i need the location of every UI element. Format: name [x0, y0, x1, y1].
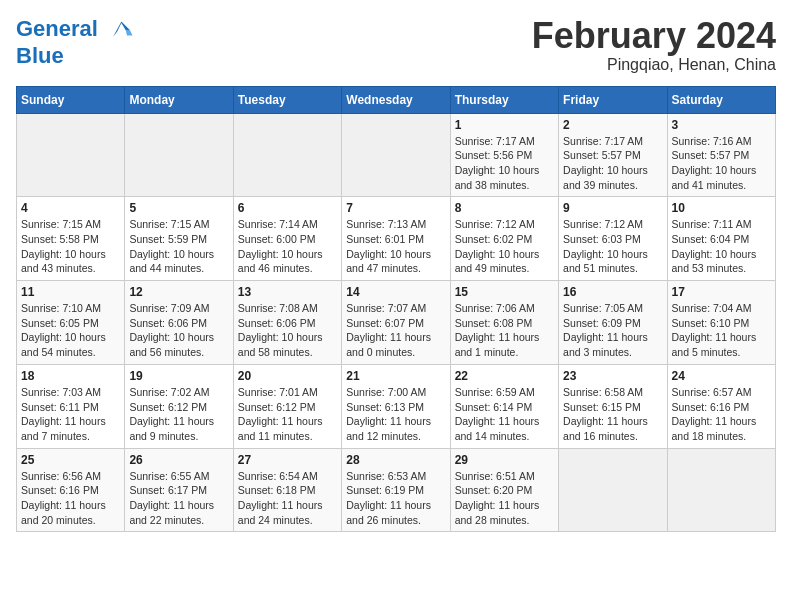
day-number: 4	[21, 201, 120, 215]
header-tuesday: Tuesday	[233, 86, 341, 113]
day-number: 25	[21, 453, 120, 467]
day-number: 1	[455, 118, 554, 132]
day-number: 6	[238, 201, 337, 215]
day-info: Sunrise: 7:17 AMSunset: 5:56 PMDaylight:…	[455, 134, 554, 193]
day-number: 13	[238, 285, 337, 299]
header-wednesday: Wednesday	[342, 86, 450, 113]
logo: General Blue	[16, 16, 134, 68]
day-info: Sunrise: 7:11 AMSunset: 6:04 PMDaylight:…	[672, 217, 771, 276]
day-cell: 2Sunrise: 7:17 AMSunset: 5:57 PMDaylight…	[559, 113, 667, 197]
day-info: Sunrise: 7:04 AMSunset: 6:10 PMDaylight:…	[672, 301, 771, 360]
day-info: Sunrise: 7:07 AMSunset: 6:07 PMDaylight:…	[346, 301, 445, 360]
day-cell: 12Sunrise: 7:09 AMSunset: 6:06 PMDayligh…	[125, 281, 233, 365]
week-row-4: 25Sunrise: 6:56 AMSunset: 6:16 PMDayligh…	[17, 448, 776, 532]
day-number: 19	[129, 369, 228, 383]
day-number: 5	[129, 201, 228, 215]
day-info: Sunrise: 6:54 AMSunset: 6:18 PMDaylight:…	[238, 469, 337, 528]
day-cell: 23Sunrise: 6:58 AMSunset: 6:15 PMDayligh…	[559, 364, 667, 448]
day-info: Sunrise: 7:03 AMSunset: 6:11 PMDaylight:…	[21, 385, 120, 444]
day-info: Sunrise: 7:00 AMSunset: 6:13 PMDaylight:…	[346, 385, 445, 444]
day-cell: 18Sunrise: 7:03 AMSunset: 6:11 PMDayligh…	[17, 364, 125, 448]
day-cell	[559, 448, 667, 532]
page-header: General Blue February 2024 Pingqiao, Hen…	[16, 16, 776, 74]
day-info: Sunrise: 7:02 AMSunset: 6:12 PMDaylight:…	[129, 385, 228, 444]
logo-text: General	[16, 16, 134, 44]
svg-marker-1	[126, 30, 133, 36]
month-title: February 2024	[532, 16, 776, 56]
header-thursday: Thursday	[450, 86, 558, 113]
day-number: 27	[238, 453, 337, 467]
day-number: 29	[455, 453, 554, 467]
day-number: 12	[129, 285, 228, 299]
day-number: 10	[672, 201, 771, 215]
day-cell: 9Sunrise: 7:12 AMSunset: 6:03 PMDaylight…	[559, 197, 667, 281]
day-info: Sunrise: 7:12 AMSunset: 6:02 PMDaylight:…	[455, 217, 554, 276]
day-cell: 6Sunrise: 7:14 AMSunset: 6:00 PMDaylight…	[233, 197, 341, 281]
day-cell: 20Sunrise: 7:01 AMSunset: 6:12 PMDayligh…	[233, 364, 341, 448]
day-info: Sunrise: 7:16 AMSunset: 5:57 PMDaylight:…	[672, 134, 771, 193]
day-cell: 5Sunrise: 7:15 AMSunset: 5:59 PMDaylight…	[125, 197, 233, 281]
logo-text2: Blue	[16, 44, 134, 68]
day-number: 28	[346, 453, 445, 467]
day-number: 26	[129, 453, 228, 467]
header-sunday: Sunday	[17, 86, 125, 113]
day-cell: 25Sunrise: 6:56 AMSunset: 6:16 PMDayligh…	[17, 448, 125, 532]
day-cell: 11Sunrise: 7:10 AMSunset: 6:05 PMDayligh…	[17, 281, 125, 365]
day-info: Sunrise: 7:12 AMSunset: 6:03 PMDaylight:…	[563, 217, 662, 276]
day-info: Sunrise: 7:15 AMSunset: 5:59 PMDaylight:…	[129, 217, 228, 276]
day-info: Sunrise: 6:53 AMSunset: 6:19 PMDaylight:…	[346, 469, 445, 528]
day-cell: 14Sunrise: 7:07 AMSunset: 6:07 PMDayligh…	[342, 281, 450, 365]
day-info: Sunrise: 7:06 AMSunset: 6:08 PMDaylight:…	[455, 301, 554, 360]
day-info: Sunrise: 7:15 AMSunset: 5:58 PMDaylight:…	[21, 217, 120, 276]
day-number: 20	[238, 369, 337, 383]
day-cell	[667, 448, 775, 532]
day-number: 22	[455, 369, 554, 383]
header-monday: Monday	[125, 86, 233, 113]
calendar-table: SundayMondayTuesdayWednesdayThursdayFrid…	[16, 86, 776, 533]
day-info: Sunrise: 7:01 AMSunset: 6:12 PMDaylight:…	[238, 385, 337, 444]
day-cell	[17, 113, 125, 197]
day-cell: 1Sunrise: 7:17 AMSunset: 5:56 PMDaylight…	[450, 113, 558, 197]
week-row-0: 1Sunrise: 7:17 AMSunset: 5:56 PMDaylight…	[17, 113, 776, 197]
location-title: Pingqiao, Henan, China	[532, 56, 776, 74]
day-info: Sunrise: 7:09 AMSunset: 6:06 PMDaylight:…	[129, 301, 228, 360]
day-number: 3	[672, 118, 771, 132]
day-cell: 15Sunrise: 7:06 AMSunset: 6:08 PMDayligh…	[450, 281, 558, 365]
day-info: Sunrise: 6:51 AMSunset: 6:20 PMDaylight:…	[455, 469, 554, 528]
week-row-1: 4Sunrise: 7:15 AMSunset: 5:58 PMDaylight…	[17, 197, 776, 281]
day-number: 16	[563, 285, 662, 299]
day-number: 17	[672, 285, 771, 299]
day-cell: 27Sunrise: 6:54 AMSunset: 6:18 PMDayligh…	[233, 448, 341, 532]
day-cell: 19Sunrise: 7:02 AMSunset: 6:12 PMDayligh…	[125, 364, 233, 448]
day-cell: 17Sunrise: 7:04 AMSunset: 6:10 PMDayligh…	[667, 281, 775, 365]
day-info: Sunrise: 6:58 AMSunset: 6:15 PMDaylight:…	[563, 385, 662, 444]
day-cell: 13Sunrise: 7:08 AMSunset: 6:06 PMDayligh…	[233, 281, 341, 365]
day-cell: 7Sunrise: 7:13 AMSunset: 6:01 PMDaylight…	[342, 197, 450, 281]
day-info: Sunrise: 7:08 AMSunset: 6:06 PMDaylight:…	[238, 301, 337, 360]
day-number: 14	[346, 285, 445, 299]
header-row: SundayMondayTuesdayWednesdayThursdayFrid…	[17, 86, 776, 113]
day-cell	[233, 113, 341, 197]
week-row-2: 11Sunrise: 7:10 AMSunset: 6:05 PMDayligh…	[17, 281, 776, 365]
day-info: Sunrise: 7:17 AMSunset: 5:57 PMDaylight:…	[563, 134, 662, 193]
title-block: February 2024 Pingqiao, Henan, China	[532, 16, 776, 74]
day-number: 2	[563, 118, 662, 132]
day-info: Sunrise: 7:13 AMSunset: 6:01 PMDaylight:…	[346, 217, 445, 276]
day-number: 15	[455, 285, 554, 299]
day-cell	[342, 113, 450, 197]
day-cell: 22Sunrise: 6:59 AMSunset: 6:14 PMDayligh…	[450, 364, 558, 448]
day-cell: 24Sunrise: 6:57 AMSunset: 6:16 PMDayligh…	[667, 364, 775, 448]
day-number: 23	[563, 369, 662, 383]
day-number: 18	[21, 369, 120, 383]
day-number: 11	[21, 285, 120, 299]
day-info: Sunrise: 6:59 AMSunset: 6:14 PMDaylight:…	[455, 385, 554, 444]
day-cell: 29Sunrise: 6:51 AMSunset: 6:20 PMDayligh…	[450, 448, 558, 532]
day-number: 21	[346, 369, 445, 383]
day-cell	[125, 113, 233, 197]
header-saturday: Saturday	[667, 86, 775, 113]
day-number: 8	[455, 201, 554, 215]
day-cell: 8Sunrise: 7:12 AMSunset: 6:02 PMDaylight…	[450, 197, 558, 281]
day-number: 24	[672, 369, 771, 383]
day-number: 7	[346, 201, 445, 215]
day-info: Sunrise: 7:05 AMSunset: 6:09 PMDaylight:…	[563, 301, 662, 360]
